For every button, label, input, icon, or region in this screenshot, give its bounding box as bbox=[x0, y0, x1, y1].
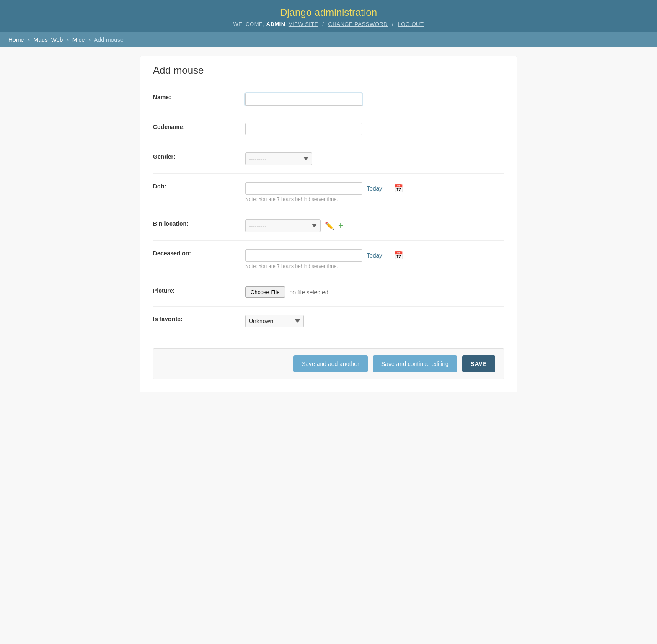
log-out-link[interactable]: LOG OUT bbox=[398, 21, 424, 27]
site-title: Django administration bbox=[8, 7, 649, 18]
is-favorite-label: Is favorite: bbox=[153, 312, 245, 327]
dob-label: Dob: bbox=[153, 179, 245, 194]
picture-label: Picture: bbox=[153, 283, 245, 298]
admin-username: ADMIN bbox=[266, 21, 285, 27]
main-content: Add mouse Name: Codename: Gender: ------… bbox=[140, 56, 517, 392]
codename-input[interactable] bbox=[245, 123, 362, 135]
gender-label: Gender: bbox=[153, 149, 245, 164]
name-field-container bbox=[245, 90, 504, 109]
header: Django administration WELCOME, ADMIN. VI… bbox=[0, 0, 657, 32]
no-file-text: no file selected bbox=[289, 289, 328, 296]
name-input[interactable] bbox=[245, 93, 362, 106]
welcome-text: WELCOME, bbox=[233, 21, 265, 27]
breadcrumb-sep1: › bbox=[28, 36, 30, 43]
deceased-on-row: Deceased on: Today | 📅 Note: You are 7 h… bbox=[153, 240, 504, 278]
save-button[interactable]: SAVE bbox=[462, 355, 495, 372]
deceased-on-input[interactable] bbox=[245, 249, 362, 262]
deceased-date-row: Today | 📅 bbox=[245, 249, 504, 262]
name-row: Name: bbox=[153, 85, 504, 114]
sep2: / bbox=[392, 21, 393, 27]
breadcrumb-sep2: › bbox=[67, 36, 69, 43]
dob-date-row: Today | 📅 bbox=[245, 182, 504, 195]
choose-file-button[interactable]: Choose File bbox=[245, 286, 285, 298]
gender-row: Gender: --------- Male Female bbox=[153, 144, 504, 173]
gender-field-container: --------- Male Female bbox=[245, 149, 504, 168]
bin-edit-icon[interactable]: ✏️ bbox=[325, 221, 334, 230]
bin-add-icon[interactable]: + bbox=[338, 220, 344, 231]
deceased-calendar-icon[interactable]: 📅 bbox=[394, 251, 403, 260]
is-favorite-field-container: Unknown Yes No bbox=[245, 312, 504, 331]
is-favorite-row: Is favorite: Unknown Yes No bbox=[153, 306, 504, 336]
dob-field-container: Today | 📅 Note: You are 7 hours behind s… bbox=[245, 179, 504, 206]
submit-row: Save and add another Save and continue e… bbox=[153, 348, 504, 379]
save-add-another-button[interactable]: Save and add another bbox=[293, 355, 368, 372]
bin-location-label: Bin location: bbox=[153, 216, 245, 231]
breadcrumb-sep3: › bbox=[88, 36, 91, 43]
deceased-on-label: Deceased on: bbox=[153, 246, 245, 261]
dob-note: Note: You are 7 hours behind server time… bbox=[245, 196, 504, 202]
page-title: Add mouse bbox=[153, 64, 504, 76]
dob-today-link[interactable]: Today bbox=[367, 185, 382, 192]
gender-select[interactable]: --------- Male Female bbox=[245, 152, 312, 165]
breadcrumb: Home › Maus_Web › Mice › Add mouse bbox=[8, 36, 649, 43]
file-row: Choose File no file selected bbox=[245, 286, 504, 298]
deceased-today-link[interactable]: Today bbox=[367, 252, 382, 259]
dob-row: Dob: Today | 📅 Note: You are 7 hours beh… bbox=[153, 173, 504, 211]
breadcrumb-model[interactable]: Mice bbox=[72, 36, 85, 43]
deceased-pipe: | bbox=[387, 252, 389, 259]
dob-calendar-icon[interactable]: 📅 bbox=[394, 184, 403, 193]
breadcrumb-bar: Home › Maus_Web › Mice › Add mouse bbox=[0, 32, 657, 47]
is-favorite-select[interactable]: Unknown Yes No bbox=[245, 315, 304, 327]
bin-location-row: Bin location: --------- ✏️ + bbox=[153, 211, 504, 240]
sep1: / bbox=[322, 21, 324, 27]
save-continue-button[interactable]: Save and continue editing bbox=[373, 355, 457, 372]
breadcrumb-current: Add mouse bbox=[94, 36, 124, 43]
header-nav: WELCOME, ADMIN. VIEW SITE / CHANGE PASSW… bbox=[8, 21, 649, 27]
codename-field-container bbox=[245, 119, 504, 139]
name-label: Name: bbox=[153, 90, 245, 105]
picture-row: Picture: Choose File no file selected bbox=[153, 278, 504, 306]
view-site-link[interactable]: VIEW SITE bbox=[289, 21, 318, 27]
bin-location-field-container: --------- ✏️ + bbox=[245, 216, 504, 235]
codename-label: Codename: bbox=[153, 119, 245, 134]
change-password-link[interactable]: CHANGE PASSWORD bbox=[328, 21, 388, 27]
breadcrumb-home[interactable]: Home bbox=[8, 36, 24, 43]
bin-row: --------- ✏️ + bbox=[245, 219, 504, 232]
dob-input[interactable] bbox=[245, 182, 362, 195]
picture-field-container: Choose File no file selected bbox=[245, 283, 504, 301]
breadcrumb-app[interactable]: Maus_Web bbox=[34, 36, 63, 43]
codename-row: Codename: bbox=[153, 114, 504, 144]
dob-pipe: | bbox=[387, 185, 389, 192]
add-mouse-form: Name: Codename: Gender: --------- Male F… bbox=[153, 85, 504, 336]
bin-location-select[interactable]: --------- bbox=[245, 219, 321, 232]
deceased-note: Note: You are 7 hours behind server time… bbox=[245, 263, 504, 269]
deceased-on-field-container: Today | 📅 Note: You are 7 hours behind s… bbox=[245, 246, 504, 273]
